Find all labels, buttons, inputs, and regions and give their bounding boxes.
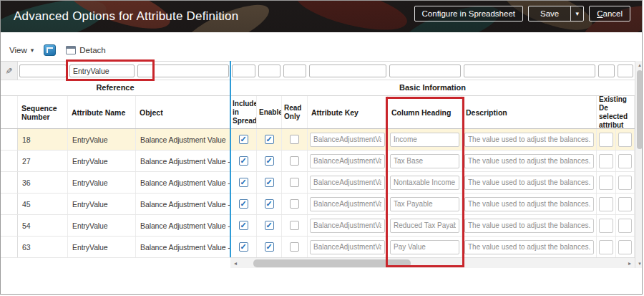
column-heading-input[interactable] — [390, 197, 459, 211]
description-input[interactable] — [464, 133, 594, 147]
column-heading-input[interactable] — [390, 219, 459, 233]
horizontal-scroll-thumb[interactable] — [253, 259, 411, 267]
scroll-down-arrow-icon[interactable]: ▾ — [635, 259, 643, 268]
read-only-checkbox[interactable] — [290, 135, 299, 144]
header-actions: Configure in Spreadsheet Save ▾ Cancel — [414, 6, 630, 22]
filter-attribute-key-input[interactable] — [309, 65, 386, 77]
filter-description-input[interactable] — [464, 65, 595, 77]
description-input[interactable] — [464, 176, 594, 190]
enable-checkbox[interactable]: ✓ — [265, 178, 274, 187]
existing-input[interactable] — [599, 240, 613, 254]
scroll-right-arrow-icon[interactable]: ▸ — [625, 258, 635, 269]
existing-input-2[interactable] — [618, 197, 632, 211]
attribute-key-input[interactable] — [310, 197, 385, 211]
column-header-row: Sequence Number Attribute Name Object In… — [1, 96, 635, 129]
scroll-left-arrow-icon[interactable]: ◂ — [230, 258, 240, 269]
description-input[interactable] — [464, 197, 594, 211]
save-button[interactable]: Save — [529, 6, 570, 21]
attribute-key-input[interactable] — [310, 176, 385, 190]
attribute-name-cell: EntryValue — [68, 151, 136, 171]
read-only-checkbox[interactable] — [290, 221, 299, 230]
scroll-up-arrow-icon[interactable]: ▴ — [635, 61, 643, 70]
enable-checkbox[interactable]: ✓ — [265, 135, 274, 144]
column-heading-input[interactable] — [390, 154, 459, 168]
table-row[interactable]: 54 EntryValue Balance Adjustment Value -… — [1, 215, 635, 237]
column-header-attribute-name[interactable]: Attribute Name — [68, 96, 136, 128]
column-heading-input[interactable] — [390, 176, 459, 190]
row-gutter — [1, 215, 18, 236]
column-header-existing[interactable]: Existing De selected attribut — [597, 96, 635, 128]
save-split-button[interactable]: Save ▾ — [528, 6, 584, 22]
freeze-button[interactable] — [44, 44, 56, 56]
horizontal-scrollbar[interactable]: ◂ ▸ — [230, 257, 635, 268]
existing-input-2[interactable] — [618, 240, 632, 254]
table-row[interactable]: 18 EntryValue Balance Adjustment Value ✓… — [1, 129, 635, 151]
include-checkbox[interactable]: ✓ — [239, 242, 248, 252]
cancel-button[interactable]: Cancel — [589, 6, 630, 22]
filter-include-input[interactable] — [232, 65, 255, 77]
read-only-checkbox[interactable] — [290, 178, 299, 187]
existing-input-2[interactable] — [618, 219, 632, 233]
column-header-include[interactable]: Include in Spreadsl — [230, 96, 257, 128]
read-only-checkbox[interactable] — [290, 156, 299, 166]
save-dropdown-button[interactable]: ▾ — [570, 6, 583, 21]
description-input[interactable] — [464, 154, 594, 168]
existing-input[interactable] — [599, 197, 613, 211]
column-header-read-only[interactable]: Read Only — [282, 96, 308, 128]
filter-attribute-name-input[interactable] — [69, 65, 135, 77]
table-row[interactable]: 27 EntryValue Balance Adjustment Value -… — [1, 151, 635, 172]
column-header-attribute-key[interactable]: Attribute Key — [308, 96, 388, 128]
sequence-cell: 45 — [18, 194, 68, 214]
enable-checkbox[interactable]: ✓ — [265, 221, 274, 230]
configure-in-spreadsheet-button[interactable]: Configure in Spreadsheet — [414, 6, 523, 22]
table-row[interactable]: 45 EntryValue Balance Adjustment Value -… — [1, 194, 635, 215]
existing-input[interactable] — [599, 219, 613, 233]
vertical-scrollbar[interactable]: ▴ ▾ — [635, 61, 643, 268]
description-input[interactable] — [464, 240, 594, 254]
filter-read-only-input[interactable] — [283, 65, 306, 77]
filter-column-heading-input[interactable] — [389, 65, 461, 77]
existing-input[interactable] — [599, 154, 613, 168]
column-header-enable[interactable]: Enable — [257, 96, 282, 128]
filter-existing-input[interactable] — [598, 65, 615, 77]
detach-button[interactable]: Detach — [66, 46, 105, 54]
existing-input-2[interactable] — [618, 176, 632, 190]
read-only-checkbox[interactable] — [290, 242, 299, 252]
existing-input[interactable] — [599, 176, 613, 190]
query-by-example-cell[interactable]: ✎ — [1, 62, 18, 80]
include-checkbox[interactable]: ✓ — [239, 156, 248, 166]
enable-checkbox[interactable]: ✓ — [265, 156, 274, 166]
read-only-checkbox[interactable] — [290, 199, 299, 209]
column-header-description[interactable]: Description — [462, 96, 597, 128]
existing-input-2[interactable] — [618, 154, 632, 168]
column-header-sequence[interactable]: Sequence Number — [18, 96, 68, 128]
enable-checkbox[interactable]: ✓ — [265, 199, 274, 209]
table-row[interactable]: 63 EntryValue Balance Adjustment Value -… — [1, 237, 635, 258]
table-row[interactable]: 36 EntryValue Balance Adjustment Value -… — [1, 172, 635, 194]
filter-existing-input-2[interactable] — [618, 65, 633, 77]
include-checkbox[interactable]: ✓ — [239, 221, 248, 230]
attribute-key-input[interactable] — [310, 154, 385, 168]
column-heading-input[interactable] — [390, 133, 459, 147]
attribute-key-input[interactable] — [310, 240, 385, 254]
description-input[interactable] — [464, 219, 594, 233]
view-menu-button[interactable]: View ▾ — [9, 46, 34, 54]
sequence-cell: 54 — [18, 215, 68, 236]
column-heading-input[interactable] — [390, 240, 459, 254]
include-checkbox[interactable]: ✓ — [239, 135, 248, 144]
column-header-object[interactable]: Object — [136, 96, 230, 128]
filter-object-input[interactable] — [137, 65, 229, 77]
attribute-key-input[interactable] — [310, 133, 385, 147]
enable-checkbox[interactable]: ✓ — [265, 242, 274, 252]
attribute-key-input[interactable] — [310, 219, 385, 233]
horizontal-scroll-track[interactable] — [240, 258, 625, 268]
freeze-pane-divider[interactable] — [230, 61, 231, 257]
filter-enable-input[interactable] — [258, 65, 280, 77]
include-checkbox[interactable]: ✓ — [239, 178, 248, 187]
existing-input[interactable] — [599, 133, 613, 147]
existing-input-2[interactable] — [618, 133, 632, 147]
filter-sequence-input[interactable] — [19, 65, 67, 77]
vertical-scroll-thumb[interactable] — [637, 70, 643, 149]
include-checkbox[interactable]: ✓ — [239, 199, 248, 209]
column-header-column-heading[interactable]: Column Heading — [388, 96, 462, 128]
